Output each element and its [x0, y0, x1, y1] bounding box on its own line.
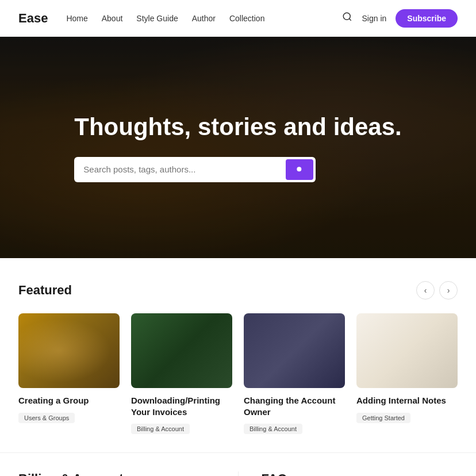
featured-card-1[interactable]: Downloading/Printing Your InvoicesBillin… [131, 313, 232, 434]
hero-content: Thoughts, stories and ideas. [74, 113, 401, 182]
featured-card-3[interactable]: Adding Internal NotesGetting Started [356, 313, 458, 434]
billing-section: Billing & Account ›General Billing Overv… [18, 471, 239, 476]
nav-link-author[interactable]: Author [192, 14, 216, 23]
nav-links: HomeAboutStyle GuideAuthorCollection [66, 14, 264, 23]
card-tag-3: Getting Started [356, 413, 410, 423]
card-tag-1: Billing & Account [131, 424, 190, 434]
featured-title: Featured [18, 283, 72, 298]
featured-header: Featured ‹ › [18, 281, 458, 300]
card-title-2: Changing the Account Owner [244, 395, 345, 417]
featured-section: Featured ‹ › Creating a GroupUsers & Gro… [0, 258, 476, 452]
featured-cards: Creating a GroupUsers & GroupsDownloadin… [18, 313, 458, 434]
nav-link-about[interactable]: About [102, 14, 123, 23]
nav-right: Sign in Subscribe [342, 9, 458, 28]
card-tag-0: Users & Groups [18, 413, 75, 423]
nav-link-home[interactable]: Home [66, 14, 87, 23]
nav-left: Ease HomeAboutStyle GuideAuthorCollectio… [18, 11, 264, 26]
hero-section: Thoughts, stories and ideas. [0, 37, 476, 258]
card-tag-2: Billing & Account [244, 424, 302, 434]
signin-link[interactable]: Sign in [362, 14, 386, 23]
card-image-2 [244, 313, 345, 388]
search-submit-icon [295, 165, 304, 174]
hero-title: Thoughts, stories and ideas. [74, 113, 401, 141]
faqs-title: FAQs [262, 471, 458, 476]
search-icon[interactable] [342, 11, 352, 25]
carousel-prev-button[interactable]: ‹ [416, 281, 435, 300]
carousel-next-button[interactable]: › [439, 281, 458, 300]
featured-card-2[interactable]: Changing the Account OwnerBilling & Acco… [244, 313, 345, 434]
navbar: Ease HomeAboutStyle GuideAuthorCollectio… [0, 0, 476, 37]
card-image-0 [18, 313, 120, 388]
svg-point-0 [344, 13, 351, 20]
faqs-section: FAQs ›Why Isn't My Custom Profile Data S… [239, 471, 458, 476]
card-image-1 [131, 313, 232, 388]
nav-link-collection[interactable]: Collection [229, 14, 264, 23]
nav-link-style-guide[interactable]: Style Guide [136, 14, 178, 23]
card-image-3 [356, 313, 458, 388]
card-title-3: Adding Internal Notes [356, 395, 458, 406]
featured-card-0[interactable]: Creating a GroupUsers & Groups [18, 313, 120, 434]
hero-search-bar [74, 157, 316, 182]
bottom-sections: Billing & Account ›General Billing Overv… [0, 452, 476, 476]
site-logo[interactable]: Ease [18, 11, 48, 26]
subscribe-button[interactable]: Subscribe [396, 9, 458, 28]
card-title-1: Downloading/Printing Your Invoices [131, 395, 232, 417]
search-input[interactable] [74, 158, 283, 181]
search-submit-button[interactable] [286, 159, 313, 180]
billing-title: Billing & Account [18, 471, 215, 476]
carousel-controls: ‹ › [416, 281, 458, 300]
card-title-0: Creating a Group [18, 395, 120, 406]
svg-line-1 [350, 18, 351, 20]
